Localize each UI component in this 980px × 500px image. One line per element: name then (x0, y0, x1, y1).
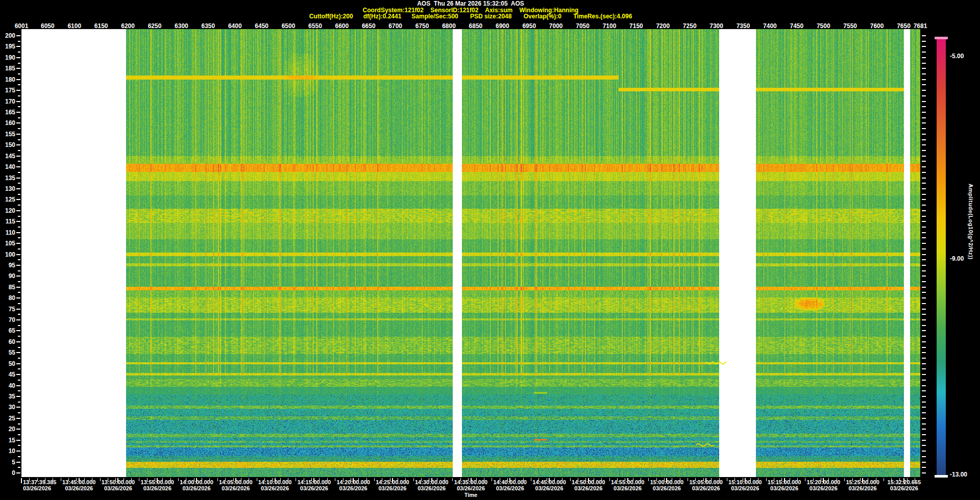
right-axis-tick (922, 237, 926, 238)
y-axis-label: 180 (0, 76, 15, 83)
right-axis-tick (922, 456, 926, 457)
time-axis-label: 15:05:00.00003/26/2026 (689, 479, 722, 491)
y-axis-minor-tick (18, 95, 20, 96)
y-axis-label: 30 (0, 404, 15, 411)
y-axis-minor-tick (18, 336, 20, 337)
colorbar-axis-title: Amplitude(Log10(g^2/Hz)) (968, 184, 974, 316)
time-axis-minor-tick (413, 478, 414, 481)
y-axis-major-tick (16, 363, 20, 364)
right-axis-tick (922, 319, 926, 320)
right-axis-tick (922, 418, 926, 419)
top-axis-label: 6150 (94, 22, 108, 30)
right-axis-tick (922, 374, 926, 375)
top-axis-label: 6550 (308, 22, 322, 30)
y-axis-label: 145 (0, 153, 15, 160)
y-axis-minor-tick (18, 84, 20, 85)
right-axis-tick (922, 52, 926, 53)
y-axis-major-tick (16, 156, 20, 157)
y-axis-label: 200 (0, 32, 15, 39)
right-axis-tick (922, 281, 926, 282)
top-axis-label: 6600 (335, 22, 349, 30)
y-axis-label: 100 (0, 251, 15, 258)
y-axis-major-tick (16, 319, 20, 320)
spectrogram-plot[interactable] (21, 29, 920, 477)
right-axis-tick (922, 341, 926, 342)
y-axis-label: 20 (0, 426, 15, 433)
right-axis-tick (922, 336, 926, 337)
y-axis-minor-tick (18, 358, 20, 359)
right-axis-tick (922, 407, 926, 408)
right-axis-tick (922, 440, 926, 441)
right-axis-tick (922, 462, 926, 463)
time-axis-minor-tick (609, 478, 610, 481)
time-axis-minor-tick (335, 478, 335, 481)
right-axis-tick (922, 297, 926, 298)
y-axis-minor-tick (18, 292, 20, 293)
y-axis-label: 115 (0, 218, 15, 225)
y-axis-major-tick (16, 276, 20, 277)
right-axis-tick (922, 385, 926, 386)
y-axis-minor-tick (18, 303, 20, 304)
y-axis-minor-tick (18, 128, 20, 129)
right-axis-tick (922, 194, 926, 195)
y-axis-major-tick (16, 418, 20, 419)
time-axis-major-tick (21, 478, 22, 483)
time-axis-minor-tick (374, 478, 375, 481)
right-axis-tick (922, 309, 926, 310)
right-axis-tick (922, 287, 926, 288)
right-axis-tick (922, 161, 926, 162)
y-axis-label: 135 (0, 174, 15, 182)
right-axis-tick (922, 139, 926, 140)
top-axis-label: 6400 (228, 22, 242, 30)
y-axis-label: 15 (0, 437, 15, 444)
colorbar-label-max: -5.00 (950, 53, 964, 60)
colorbar-max-tick (935, 37, 948, 39)
y-axis-major-tick (16, 210, 20, 211)
time-axis-minor-tick (61, 478, 61, 481)
top-axis-label: 7550 (843, 22, 857, 30)
right-axis-tick (922, 248, 926, 249)
y-axis-major-tick (16, 254, 20, 255)
right-axis-tick (922, 347, 926, 348)
right-axis-tick (922, 325, 926, 326)
time-axis-minor-tick (727, 478, 727, 481)
y-axis-minor-tick (18, 259, 20, 260)
time-axis-label: 14:55:00.00003/26/2026 (611, 479, 644, 491)
time-axis-title: Time (21, 492, 920, 498)
right-axis-tick (922, 232, 926, 233)
time-axis-minor-tick (570, 478, 571, 481)
y-axis-label: 85 (0, 284, 15, 291)
right-axis-tick (922, 303, 926, 304)
y-axis-minor-tick (18, 205, 20, 206)
y-axis-minor-tick (18, 139, 20, 140)
right-axis-tick (922, 90, 926, 91)
y-axis-label: 75 (0, 306, 15, 313)
right-axis-tick (922, 199, 926, 200)
time-axis-label: 15:25:00.00003/26/2026 (846, 479, 879, 491)
top-axis-label: 6900 (496, 22, 509, 30)
y-axis-minor-tick (18, 73, 20, 74)
time-axis-label: 13:50:00.00003/26/2026 (102, 479, 135, 491)
top-axis-label: 6700 (388, 22, 402, 30)
y-axis-label: 140 (0, 163, 15, 170)
y-axis-minor-tick (18, 172, 20, 173)
time-axis-minor-tick (257, 478, 257, 481)
y-axis-minor-tick (18, 237, 20, 238)
right-axis-tick (922, 205, 926, 206)
right-axis-tick (922, 128, 926, 129)
y-axis-major-tick (16, 144, 20, 145)
y-axis-minor-tick (18, 390, 20, 391)
time-axis-minor-tick (531, 478, 531, 481)
right-axis-tick (922, 227, 926, 228)
y-axis-minor-tick (18, 467, 20, 468)
right-axis-tick (922, 46, 926, 47)
right-axis-tick (922, 144, 926, 145)
y-axis-major-tick (16, 178, 20, 179)
right-axis-tick (922, 265, 926, 266)
time-axis-label: 15:00:00.00003/26/2026 (650, 479, 683, 491)
right-axis-tick (922, 172, 926, 173)
top-axis-label: 7000 (549, 22, 563, 30)
time-axis-label: 13:45:00.00003/26/2026 (62, 479, 95, 491)
right-axis-tick (922, 270, 926, 271)
y-axis-minor-tick (18, 41, 20, 42)
